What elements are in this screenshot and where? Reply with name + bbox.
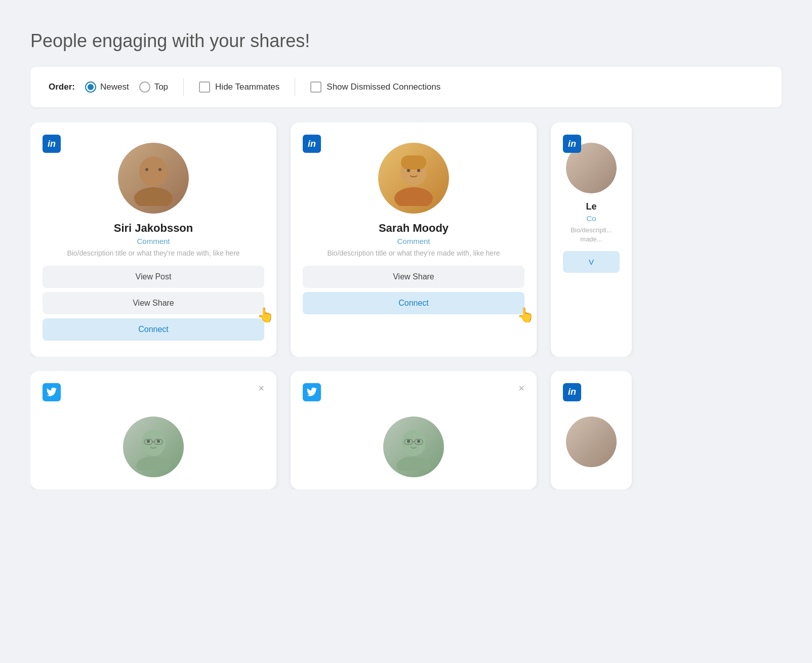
le-view-btn[interactable]: V	[563, 251, 620, 273]
hide-teammates-group: Hide Teammates	[199, 81, 279, 93]
siri-view-share-btn[interactable]: View Share	[43, 292, 264, 314]
svg-point-7	[407, 169, 410, 172]
card-le-partial: in Le Co Bio/descripti...made... V	[551, 122, 632, 357]
siri-name: Siri Jakobsson	[114, 222, 193, 235]
linkedin-badge-siri: in	[43, 135, 61, 153]
hide-teammates-option[interactable]: Hide Teammates	[199, 81, 279, 93]
svg-point-18	[407, 440, 410, 443]
svg-point-8	[417, 169, 420, 172]
order-top-label: Top	[154, 82, 168, 92]
order-top-option[interactable]: Top	[139, 81, 168, 93]
card-linkedin-partial-2: in	[551, 371, 632, 489]
le-name: Le	[586, 201, 596, 212]
svg-point-0	[139, 156, 168, 187]
card-twitter-1: ×	[30, 371, 276, 489]
linkedin-partial-2-avatar	[566, 417, 617, 467]
svg-point-6	[394, 187, 433, 206]
order-newest-option[interactable]: Newest	[85, 81, 129, 93]
twitter-bird-icon-1	[47, 388, 57, 396]
card-twitter-2: ×	[291, 371, 537, 489]
svg-point-11	[147, 440, 150, 443]
avatar-siri	[118, 143, 189, 214]
svg-point-1	[134, 187, 173, 206]
siri-connect-btn[interactable]: Connect	[43, 318, 264, 341]
sarah-name: Sarah Moody	[379, 222, 449, 235]
dismiss-twitter-1-btn[interactable]: ×	[258, 383, 264, 393]
hide-teammates-checkbox[interactable]	[199, 81, 210, 93]
avatar-twitter-1	[123, 417, 184, 477]
siri-bio: Bio/description title or what they're ma…	[67, 248, 239, 259]
svg-point-10	[136, 457, 171, 471]
svg-point-12	[157, 440, 160, 443]
page-title: People engaging with your shares!	[30, 30, 782, 52]
card-sarah: in Sarah Moody Comment Bio/description t…	[291, 122, 537, 357]
svg-point-19	[417, 440, 420, 443]
twitter-badge-1	[43, 383, 61, 401]
order-newest-label: Newest	[100, 82, 129, 92]
siri-tag: Comment	[137, 237, 170, 245]
show-dismissed-option[interactable]: Show Dismissed Connections	[310, 81, 440, 93]
le-tag: Co	[586, 214, 596, 223]
sarah-bio: Bio/description title or what they're ma…	[327, 248, 500, 259]
avatar-sarah-illustration	[391, 150, 436, 206]
order-label: Order:	[49, 82, 75, 92]
filter-bar: Order: Newest Top Hide Teammates Show Di…	[30, 67, 782, 107]
show-dismissed-checkbox[interactable]	[310, 81, 321, 93]
twitter-badge-2	[303, 383, 321, 401]
card-siri: in Siri Jakobsson Comment Bio/descriptio…	[30, 122, 276, 357]
twitter-1-content	[43, 417, 264, 477]
avatar-sarah	[378, 143, 449, 214]
avatar-twitter-2-illustration	[393, 423, 434, 471]
show-dismissed-group: Show Dismissed Connections	[310, 81, 440, 93]
hide-teammates-label: Hide Teammates	[215, 82, 279, 92]
avatar-siri-illustration	[131, 150, 176, 206]
sarah-view-share-btn[interactable]: View Share	[303, 266, 524, 288]
divider-2	[295, 78, 295, 96]
order-newest-radio[interactable]	[85, 81, 96, 93]
avatar-partial-2	[566, 417, 617, 467]
radio-inner-dot	[88, 84, 94, 90]
siri-view-post-btn[interactable]: View Post	[43, 266, 264, 288]
svg-rect-5	[401, 155, 426, 170]
cards-row-1: in Siri Jakobsson Comment Bio/descriptio…	[30, 122, 782, 357]
order-group: Order: Newest Top	[49, 81, 168, 93]
twitter-bird-icon-2	[307, 388, 317, 396]
le-partial-inner: Le Co Bio/descripti...made... V	[563, 138, 620, 273]
twitter-2-content	[303, 417, 524, 477]
dismiss-twitter-2-btn[interactable]: ×	[518, 383, 524, 393]
linkedin-badge-le: in	[563, 135, 581, 153]
svg-point-3	[158, 168, 161, 171]
sarah-connect-btn[interactable]: Connect	[303, 292, 524, 314]
sarah-tag: Comment	[397, 237, 430, 245]
linkedin-badge-sarah: in	[303, 135, 321, 153]
show-dismissed-label: Show Dismissed Connections	[327, 82, 440, 92]
divider-1	[183, 78, 184, 96]
svg-point-17	[396, 457, 431, 471]
cards-row-2: × ×	[30, 371, 782, 489]
order-top-radio[interactable]	[139, 81, 150, 93]
le-bio: Bio/descripti...made...	[571, 226, 612, 244]
svg-point-2	[145, 168, 148, 171]
avatar-twitter-1-illustration	[133, 423, 174, 471]
linkedin-badge-partial-2: in	[563, 383, 581, 401]
avatar-twitter-2	[383, 417, 444, 477]
